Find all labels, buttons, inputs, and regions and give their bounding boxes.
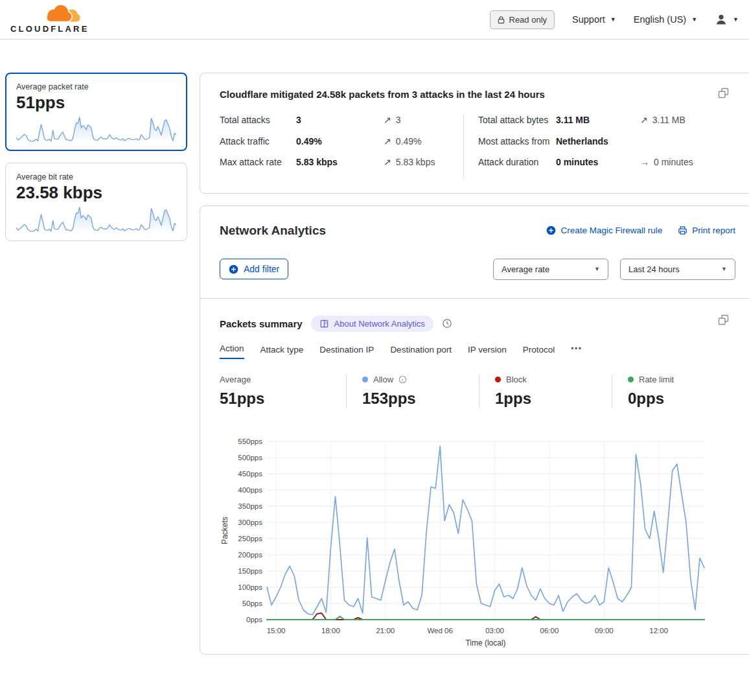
packet-stat-label: Average	[220, 375, 251, 384]
trend-arrow-icon: →	[640, 156, 649, 169]
lock-icon	[498, 16, 505, 24]
create-magic-firewall-rule-link[interactable]: Create Magic Firewall rule	[546, 226, 662, 235]
summary-stat-attack-traffic: Attack traffic0.49%↗0.49%	[220, 135, 452, 148]
network-analytics-header: Network Analytics Create Magic Firewall …	[200, 206, 749, 238]
svg-text:250pps: 250pps	[238, 535, 262, 542]
main-column: Cloudflare mitigated 24.58k packets from…	[200, 73, 749, 655]
trend-arrow-icon: ↗	[640, 114, 648, 127]
read-only-label: Read only	[509, 15, 547, 25]
add-filter-button[interactable]: Add filter	[220, 259, 288, 279]
svg-text:18:00: 18:00	[321, 627, 340, 635]
stat-value: 0 minutes	[556, 156, 640, 169]
block-line	[267, 613, 704, 620]
print-report-link[interactable]: Print report	[678, 226, 735, 235]
packet-stat-header: Allow	[362, 375, 479, 384]
svg-text:03:00: 03:00	[485, 627, 504, 635]
summary-stats-right: Total attack bytes3.11 MB↗3.11 MBMost at…	[464, 114, 735, 178]
trend-arrow-icon: ↗	[384, 135, 391, 148]
chevron-down-icon: ▼	[733, 17, 739, 23]
stat-label: Attack traffic	[220, 135, 296, 148]
about-network-analytics-badge[interactable]: About Network Analytics	[311, 316, 433, 332]
stat-delta-value: 5.83 kbps	[396, 156, 435, 169]
stat-delta-value: 0 minutes	[654, 156, 693, 169]
svg-text:50pps: 50pps	[242, 600, 263, 607]
summary-stat-total-attacks: Total attacks3↗3	[220, 114, 452, 127]
book-icon	[319, 319, 329, 329]
summary-stat-total-attack-bytes: Total attack bytes3.11 MB↗3.11 MB	[478, 114, 735, 127]
popout-icon[interactable]	[718, 314, 729, 325]
trend-arrow-icon: ↗	[384, 114, 391, 127]
tab-protocol[interactable]: Protocol	[523, 345, 555, 359]
filter-row: Add filter Average rate ▼ Last 24 hours …	[200, 259, 749, 298]
packet-stat-allow: Allow153pps	[346, 375, 479, 408]
stat-value: 0.49%	[296, 135, 384, 148]
metric-select[interactable]: Average rate ▼	[493, 259, 608, 280]
average-packet-rate-card[interactable]: Average packet rate 51pps	[5, 73, 187, 151]
user-icon	[715, 13, 728, 26]
chevron-down-icon: ▼	[594, 266, 600, 272]
packet-stat-value: 1pps	[495, 390, 612, 408]
history-clock-icon[interactable]	[442, 318, 452, 329]
content-area: Average packet rate 51pps Average bit ra…	[0, 40, 749, 655]
packets-summary-header: Packets summary About Network Analytics	[220, 316, 735, 332]
chart-controls: Average rate ▼ Last 24 hours ▼	[493, 259, 735, 280]
summary-stats-left: Total attacks3↗3Attack traffic0.49%↗0.49…	[220, 114, 464, 178]
packet-rate-sparkline	[16, 114, 176, 144]
packet-stat-label: Block	[506, 375, 527, 384]
tabs-overflow-button[interactable]: •••	[571, 344, 582, 359]
svg-text:100pps: 100pps	[238, 583, 262, 591]
svg-text:350pps: 350pps	[238, 502, 262, 510]
packet-stat-label: Allow	[373, 375, 393, 384]
printer-icon	[678, 226, 687, 235]
stat-delta-value: 3	[396, 114, 401, 127]
tab-attack-type[interactable]: Attack type	[260, 345, 304, 359]
stat-delta-value: 0.49%	[396, 135, 422, 148]
tab-action[interactable]: Action	[220, 344, 244, 359]
packet-stats-row: Average51ppsAllow153ppsBlock1ppsRate lim…	[220, 375, 735, 408]
allow-line	[267, 446, 704, 614]
tab-destination-port[interactable]: Destination port	[390, 345, 452, 359]
popout-icon[interactable]	[718, 88, 729, 99]
packets-chart[interactable]: 15:0018:0021:00Wed 0603:0006:0009:0012:0…	[220, 436, 720, 654]
packets-summary-section: Packets summary About Network Analytics	[200, 299, 749, 654]
stat-value: 3.11 MB	[556, 114, 640, 127]
metric-card-value: 51pps	[16, 93, 176, 112]
average-bit-rate-card[interactable]: Average bit rate 23.58 kbps	[5, 163, 187, 241]
svg-text:0pps: 0pps	[246, 616, 262, 624]
x-axis-title: Time (local)	[465, 638, 505, 648]
cloudflare-dashboard-page: CLOUDFLARE Read only Support ▼ English (…	[0, 0, 749, 700]
plus-circle-icon	[546, 226, 556, 235]
network-analytics-card: Network Analytics Create Magic Firewall …	[200, 205, 749, 655]
packet-stat-block: Block1pps	[479, 375, 612, 408]
chart-area: 15:0018:0021:00Wed 0603:0006:0009:0012:0…	[220, 436, 735, 654]
svg-text:300pps: 300pps	[238, 519, 262, 526]
info-icon[interactable]	[398, 375, 407, 384]
rate-limit-line	[267, 616, 704, 620]
svg-text:500pps: 500pps	[238, 454, 262, 461]
tab-ip-version[interactable]: IP version	[468, 345, 507, 359]
support-menu[interactable]: Support ▼	[572, 14, 616, 25]
svg-text:09:00: 09:00	[595, 627, 614, 635]
user-menu[interactable]: ▼	[715, 13, 739, 26]
network-analytics-actions: Create Magic Firewall rule Print report	[546, 226, 735, 235]
metric-sidebar: Average packet rate 51pps Average bit ra…	[5, 73, 187, 655]
svg-text:21:00: 21:00	[376, 627, 395, 635]
stat-label: Total attacks	[220, 114, 296, 127]
packet-stat-average: Average51pps	[220, 375, 346, 408]
attack-summary-title: Cloudflare mitigated 24.58k packets from…	[220, 89, 735, 100]
tab-destination-ip[interactable]: Destination IP	[319, 345, 374, 359]
cloudflare-logo[interactable]: CLOUDFLARE	[10, 3, 87, 36]
packet-stat-value: 153pps	[362, 390, 479, 408]
stat-delta: ↗0.49%	[384, 135, 452, 148]
summary-stat-most-attacks-from: Most attacks fromNetherlands	[478, 135, 735, 148]
language-menu[interactable]: English (US) ▼	[634, 14, 697, 25]
time-range-select[interactable]: Last 24 hours ▼	[620, 259, 735, 280]
summary-stat-attack-duration: Attack duration0 minutes→0 minutes	[478, 156, 735, 169]
packet-stat-rate-limit: Rate limit0pps	[612, 375, 735, 408]
attack-summary-stats: Total attacks3↗3Attack traffic0.49%↗0.49…	[220, 114, 735, 178]
svg-text:550pps: 550pps	[238, 438, 262, 445]
svg-text:06:00: 06:00	[540, 627, 559, 635]
top-bar: CLOUDFLARE Read only Support ▼ English (…	[0, 0, 749, 40]
attack-summary-card: Cloudflare mitigated 24.58k packets from…	[200, 73, 749, 194]
block-legend-dot	[495, 377, 501, 382]
